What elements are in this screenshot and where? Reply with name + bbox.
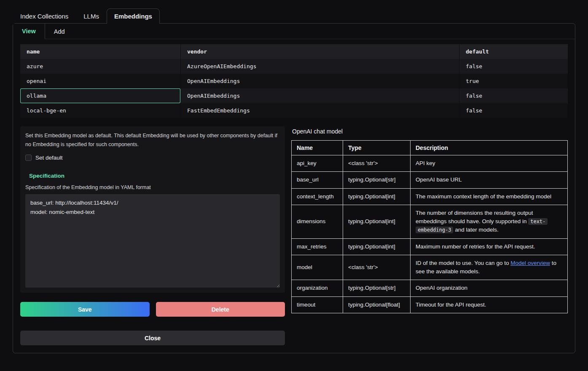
cell-name: local-bge-en bbox=[20, 103, 180, 118]
param-name: organization bbox=[292, 280, 343, 296]
cell-name: openai bbox=[20, 74, 180, 88]
delete-button[interactable]: Delete bbox=[156, 302, 285, 317]
cell-vendor: FastEmbedEmbeddings bbox=[180, 103, 459, 118]
model-detail-panel: OpenAI chat model NameTypeDescription ap… bbox=[291, 126, 568, 313]
param-type: typing.Optional[float] bbox=[343, 296, 411, 313]
param-description: ID of the model to use. You can go to Mo… bbox=[411, 255, 568, 280]
param-row-api-key: api_key<class 'str'>API key bbox=[292, 155, 568, 172]
embedding-editor: Set this Embedding model as default. Thi… bbox=[20, 126, 285, 345]
param-name: base_url bbox=[292, 172, 343, 188]
param-type: typing.Optional[int] bbox=[343, 238, 411, 255]
param-name: dimensions bbox=[292, 205, 343, 238]
detail-panel-title: OpenAI chat model bbox=[292, 128, 568, 135]
specification-subtitle: Specification of the Embedding model in … bbox=[25, 184, 280, 190]
param-row-base-url: base_urltyping.Optional[str]OpenAI base … bbox=[292, 172, 568, 188]
cell-vendor: OpenAIEmbeddings bbox=[180, 74, 459, 88]
sub-tab-view[interactable]: View bbox=[13, 24, 45, 39]
params-table: NameTypeDescription api_key<class 'str'>… bbox=[291, 140, 568, 313]
param-description: The maximum context length of the embedd… bbox=[411, 188, 568, 205]
cell-vendor: AzureOpenAIEmbeddings bbox=[180, 59, 459, 74]
param-description: Timeout for the API request. bbox=[411, 296, 568, 313]
param-type: <class 'str'> bbox=[343, 255, 411, 280]
embedding-row-openai[interactable]: openaiOpenAIEmbeddingstrue bbox=[20, 74, 568, 88]
default-description: Set this Embedding model as default. Thi… bbox=[25, 131, 280, 149]
param-type: <class 'str'> bbox=[343, 155, 411, 172]
cell-name: azure bbox=[20, 59, 180, 74]
param-name: timeout bbox=[292, 296, 343, 313]
param-description: Maximum number of retries for the API re… bbox=[411, 238, 568, 255]
embeddings-tab-panel: ViewAdd namevendordefaultazureAzureOpenA… bbox=[13, 23, 575, 353]
cell-default: false bbox=[459, 88, 568, 103]
column-header-vendor: vendor bbox=[180, 44, 459, 59]
default-panel: Set this Embedding model as default. Thi… bbox=[20, 126, 285, 293]
embedding-row-ollama[interactable]: ollamaOpenAIEmbeddingsfalse bbox=[20, 88, 568, 103]
action-button-row: Save Delete bbox=[20, 302, 285, 317]
param-row-model: model<class 'str'>ID of the model to use… bbox=[292, 255, 568, 280]
cell-default: false bbox=[459, 59, 568, 74]
specification-heading: Specification bbox=[29, 173, 280, 179]
param-type: typing.Optional[str] bbox=[343, 280, 411, 296]
params-header-row: NameTypeDescription bbox=[292, 141, 568, 155]
param-row-context-length: context_lengthtyping.Optional[int]The ma… bbox=[292, 188, 568, 205]
page: Index CollectionsLLMsEmbeddings ViewAdd … bbox=[0, 0, 588, 353]
cell-default: true bbox=[459, 74, 568, 88]
params-table-body: api_key<class 'str'>API keybase_urltypin… bbox=[292, 155, 568, 313]
param-type: typing.Optional[int] bbox=[343, 205, 411, 238]
content-columns: Set this Embedding model as default. Thi… bbox=[20, 126, 568, 345]
param-row-max-retries: max_retriestyping.Optional[int]Maximum n… bbox=[292, 238, 568, 255]
embedding-row-local-bge-en[interactable]: local-bge-enFastEmbedEmbeddingsfalse bbox=[20, 103, 568, 118]
column-header-default: default bbox=[459, 44, 568, 59]
param-name: context_length bbox=[292, 188, 343, 205]
param-name: model bbox=[292, 255, 343, 280]
param-row-organization: organizationtyping.Optional[str]OpenAI o… bbox=[292, 280, 568, 296]
param-row-timeout: timeouttyping.Optional[float]Timeout for… bbox=[292, 296, 568, 313]
close-button[interactable]: Close bbox=[20, 331, 285, 345]
sub-tab-add[interactable]: Add bbox=[45, 24, 74, 39]
main-tab-llms[interactable]: LLMs bbox=[76, 8, 107, 24]
param-name: max_retries bbox=[292, 238, 343, 255]
cell-default: false bbox=[459, 103, 568, 118]
param-row-dimensions: dimensionstyping.Optional[int]The number… bbox=[292, 205, 568, 238]
set-default-checkbox[interactable] bbox=[25, 155, 32, 161]
param-type: typing.Optional[int] bbox=[343, 188, 411, 205]
params-table-head: NameTypeDescription bbox=[292, 141, 568, 155]
inline-code: text-embedding-3 bbox=[416, 218, 548, 233]
description-link[interactable]: Model overview bbox=[510, 260, 550, 266]
yaml-spec-input[interactable]: base_url: http://localhost:11434/v1/ mod… bbox=[25, 194, 280, 288]
cell-vendor: OpenAIEmbeddings bbox=[180, 88, 459, 103]
param-description: OpenAI organization bbox=[411, 280, 568, 296]
sub-tab-bar: ViewAdd bbox=[13, 24, 575, 39]
set-default-checkbox-row[interactable]: Set default bbox=[25, 155, 280, 161]
save-button[interactable]: Save bbox=[20, 302, 150, 317]
set-default-checkbox-label: Set default bbox=[35, 155, 63, 161]
param-description: API key bbox=[411, 155, 568, 172]
main-tab-embeddings[interactable]: Embeddings bbox=[107, 8, 160, 24]
params-column-name: Name bbox=[292, 141, 343, 155]
embedding-row-azure[interactable]: azureAzureOpenAIEmbeddingsfalse bbox=[20, 59, 568, 74]
column-header-name: name bbox=[20, 44, 180, 59]
params-column-description: Description bbox=[411, 141, 568, 155]
param-description: The number of dimensions the resulting o… bbox=[411, 205, 568, 238]
main-tab-bar: Index CollectionsLLMsEmbeddings bbox=[13, 8, 575, 23]
param-description: OpenAI base URL bbox=[411, 172, 568, 188]
cell-name: ollama bbox=[20, 88, 180, 103]
params-column-type: Type bbox=[343, 141, 411, 155]
embeddings-table-header: namevendordefault bbox=[20, 44, 568, 59]
param-name: api_key bbox=[292, 155, 343, 172]
main-tab-index-collections[interactable]: Index Collections bbox=[13, 8, 76, 24]
embeddings-table: namevendordefaultazureAzureOpenAIEmbeddi… bbox=[20, 44, 568, 118]
param-type: typing.Optional[str] bbox=[343, 172, 411, 188]
